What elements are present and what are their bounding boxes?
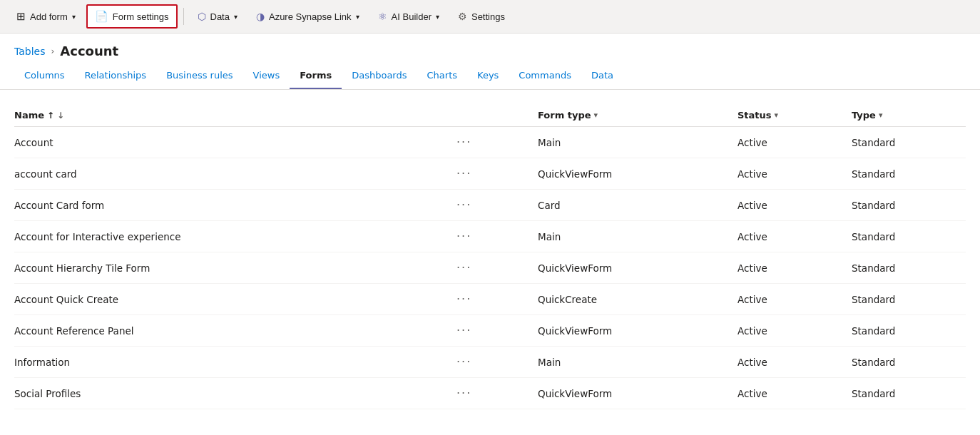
col-form-type-chevron: ▾: [594, 111, 598, 120]
cell-dots-3[interactable]: ···: [452, 228, 538, 245]
add-form-label: Add form: [30, 11, 68, 22]
row-name-1: account card: [14, 168, 77, 180]
sort-up-icon: ↑: [47, 111, 54, 121]
tab-commands[interactable]: Commands: [509, 63, 581, 89]
cell-form-type-3: Main: [538, 231, 737, 242]
table-row: Account Reference Panel ··· QuickViewFor…: [14, 315, 966, 347]
data-chevron: ▾: [234, 13, 238, 21]
cell-status-0: Active: [737, 137, 852, 148]
breadcrumb-tables-link[interactable]: Tables: [14, 46, 46, 57]
row-name-0: Account: [14, 137, 53, 148]
cell-status-7: Active: [737, 357, 852, 368]
table-header: Name ↑ ↓ Form type ▾ Status ▾ Type ▾: [14, 104, 966, 127]
cell-form-type-1: QuickViewForm: [538, 168, 737, 180]
cell-status-4: Active: [737, 262, 852, 274]
cell-dots-6[interactable]: ···: [452, 322, 538, 339]
cell-dots-4[interactable]: ···: [452, 260, 538, 276]
cell-form-type-5: QuickCreate: [538, 294, 737, 305]
cell-name-3: Account for Interactive experience: [14, 231, 452, 242]
cell-status-1: Active: [737, 168, 852, 180]
table-body: Account ··· Main Active Standard account…: [14, 127, 966, 409]
sort-down-icon: ↓: [57, 111, 64, 121]
col-header-form-type[interactable]: Form type ▾: [538, 110, 737, 121]
cell-form-type-6: QuickViewForm: [538, 325, 737, 337]
col-type-label: Type: [852, 110, 876, 121]
tab-dashboards[interactable]: Dashboards: [342, 63, 417, 89]
tab-business-rules[interactable]: Business rules: [156, 63, 243, 89]
row-name-4: Account Hierarchy Tile Form: [14, 262, 150, 274]
table-container: Name ↑ ↓ Form type ▾ Status ▾ Type ▾ Acc…: [0, 90, 980, 424]
cell-type-2: Standard: [852, 200, 966, 211]
col-header-status[interactable]: Status ▾: [737, 110, 852, 121]
tab-charts[interactable]: Charts: [417, 63, 468, 89]
breadcrumb: Tables › Account: [0, 34, 980, 63]
ai-builder-label: AI Builder: [392, 11, 432, 22]
cell-type-1: Standard: [852, 168, 966, 180]
toolbar: ⊞ Add form ▾ 📄 Form settings ⬡ Data ▾ ◑ …: [0, 0, 980, 34]
cell-dots-0[interactable]: ···: [452, 134, 538, 150]
cell-dots-1[interactable]: ···: [452, 165, 538, 182]
form-settings-icon: 📄: [95, 10, 108, 23]
col-type-chevron: ▾: [879, 111, 883, 120]
cell-form-type-4: QuickViewForm: [538, 262, 737, 274]
azure-synapse-icon: ◑: [256, 11, 265, 22]
col-header-type[interactable]: Type ▾: [852, 110, 966, 121]
col-status-label: Status: [737, 110, 772, 121]
cell-name-8: Social Profiles: [14, 388, 452, 399]
cell-type-0: Standard: [852, 137, 966, 148]
cell-dots-2[interactable]: ···: [452, 197, 538, 213]
cell-status-3: Active: [737, 231, 852, 242]
cell-type-5: Standard: [852, 294, 966, 305]
table-row: Account Hierarchy Tile Form ··· QuickVie…: [14, 252, 966, 284]
cell-type-4: Standard: [852, 262, 966, 274]
cell-dots-5[interactable]: ···: [452, 291, 538, 307]
col-name-label: Name: [14, 110, 44, 121]
ai-builder-button[interactable]: ⚛ AI Builder ▾: [370, 6, 447, 27]
cell-dots-8[interactable]: ···: [452, 385, 538, 401]
tab-relationships[interactable]: Relationships: [75, 63, 157, 89]
toolbar-separator-1: [183, 8, 184, 25]
settings-label: Settings: [471, 11, 505, 22]
row-name-2: Account Card form: [14, 200, 104, 211]
row-name-6: Account Reference Panel: [14, 325, 134, 337]
tab-views[interactable]: Views: [243, 63, 290, 89]
cell-type-8: Standard: [852, 388, 966, 399]
table-row: Account Quick Create ··· QuickCreate Act…: [14, 284, 966, 315]
nav-tabs: Columns Relationships Business rules Vie…: [0, 63, 980, 90]
cell-status-6: Active: [737, 325, 852, 337]
settings-button[interactable]: ⚙ Settings: [450, 6, 513, 27]
col-form-type-label: Form type: [538, 110, 591, 121]
cell-form-type-7: Main: [538, 357, 737, 368]
col-header-name[interactable]: Name ↑ ↓: [14, 110, 452, 121]
cell-type-3: Standard: [852, 231, 966, 242]
cell-name-1: account card: [14, 168, 452, 180]
tab-forms[interactable]: Forms: [290, 63, 342, 89]
add-form-chevron: ▾: [72, 13, 76, 21]
cell-name-4: Account Hierarchy Tile Form: [14, 262, 452, 274]
tab-data[interactable]: Data: [581, 63, 623, 89]
tab-columns[interactable]: Columns: [14, 63, 75, 89]
cell-form-type-0: Main: [538, 137, 737, 148]
table-row: Social Profiles ··· QuickViewForm Active…: [14, 378, 966, 409]
cell-name-6: Account Reference Panel: [14, 325, 452, 337]
cell-type-6: Standard: [852, 325, 966, 337]
azure-synapse-chevron: ▾: [356, 13, 359, 21]
add-form-button[interactable]: ⊞ Add form ▾: [9, 5, 83, 28]
table-row: Information ··· Main Active Standard: [14, 347, 966, 378]
azure-synapse-button[interactable]: ◑ Azure Synapse Link ▾: [248, 6, 367, 27]
settings-icon: ⚙: [458, 11, 467, 22]
tab-keys[interactable]: Keys: [467, 63, 509, 89]
data-label: Data: [210, 11, 230, 22]
cell-name-0: Account: [14, 137, 452, 148]
data-button[interactable]: ⬡ Data ▾: [190, 6, 245, 27]
cell-dots-7[interactable]: ···: [452, 354, 538, 370]
cell-form-type-2: Card: [538, 200, 737, 211]
row-name-3: Account for Interactive experience: [14, 231, 181, 242]
table-row: Account for Interactive experience ··· M…: [14, 221, 966, 252]
table-row: Account Card form ··· Card Active Standa…: [14, 190, 966, 221]
cell-form-type-8: QuickViewForm: [538, 388, 737, 399]
form-settings-label: Form settings: [113, 11, 169, 22]
form-settings-button[interactable]: 📄 Form settings: [86, 4, 178, 29]
add-form-icon: ⊞: [16, 10, 26, 23]
azure-synapse-label: Azure Synapse Link: [269, 11, 352, 22]
